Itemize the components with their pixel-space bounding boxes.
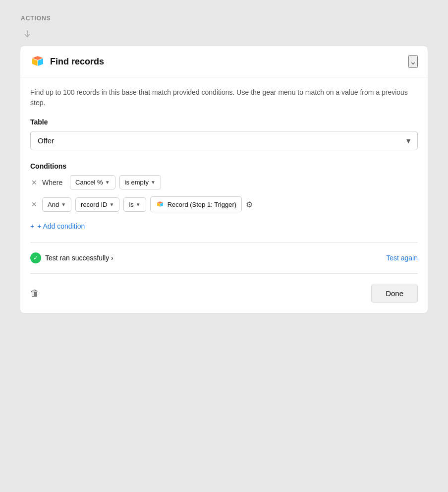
collapse-button[interactable]: ⌄ [408, 55, 418, 68]
condition-1-field-caret-icon: ▼ [105, 180, 110, 185]
conditions-label: Conditions [30, 162, 418, 170]
table-label: Table [30, 118, 418, 126]
condition-1-field-label: Cancel % [75, 179, 103, 186]
test-success-text: Test ran successfully › [45, 254, 113, 262]
add-condition-label: + Add condition [37, 222, 85, 230]
condition-2-field-dropdown[interactable]: record ID ▼ [75, 197, 119, 212]
condition-2-conjunction-label: And [48, 201, 59, 208]
footer-row: 🗑 Done [30, 284, 418, 303]
table-select[interactable]: Offer [30, 131, 418, 150]
table-select-wrapper: Offer ▼ [30, 131, 418, 150]
condition-row-2: ✕ And ▼ record ID ▼ is ▼ [30, 196, 418, 212]
condition-1-operator-caret-icon: ▼ [151, 180, 156, 185]
condition-2-value-pill: Record (Step 1: Trigger) [150, 196, 242, 212]
trash-icon: 🗑 [30, 288, 39, 299]
condition-2-operator-caret-icon: ▼ [136, 202, 141, 207]
conditions-section: ✕ Where Cancel % ▼ is empty ▼ ✕ [30, 175, 418, 212]
test-success-arrow-icon: › [111, 254, 113, 262]
test-again-button[interactable]: Test again [386, 254, 418, 262]
card-title: Find records [50, 57, 104, 67]
add-condition-button[interactable]: + + Add condition [30, 220, 85, 232]
condition-2-conjunction-caret-icon: ▼ [61, 202, 66, 207]
condition-2-gear-button[interactable]: ⚙ [246, 200, 253, 209]
test-row: ✓ Test ran successfully › Test again [30, 252, 418, 263]
condition-2-value-airtable-icon [156, 200, 165, 209]
condition-1-operator-dropdown[interactable]: is empty ▼ [119, 175, 161, 189]
condition-1-conjunction: Where [42, 179, 66, 186]
card-description: Find up to 100 records in this base that… [30, 87, 418, 108]
arrow-down-icon [20, 27, 35, 42]
remove-condition-2-icon: ✕ [31, 200, 37, 208]
condition-2-operator-label: is [129, 201, 133, 208]
find-records-card: Find records ⌄ Find up to 100 records in… [20, 46, 428, 313]
remove-condition-1-button[interactable]: ✕ [30, 178, 38, 187]
condition-2-field-caret-icon: ▼ [110, 202, 114, 207]
condition-2-field-label: record ID [81, 201, 107, 208]
divider-1 [30, 242, 418, 243]
add-condition-plus-icon: + [30, 222, 34, 230]
remove-condition-1-icon: ✕ [31, 179, 37, 186]
success-checkmark-icon: ✓ [30, 252, 41, 263]
gear-icon: ⚙ [246, 200, 253, 209]
card-header-left: Find records [30, 54, 104, 69]
condition-1-operator-label: is empty [125, 179, 149, 186]
condition-2-operator-dropdown[interactable]: is ▼ [123, 197, 146, 212]
condition-row-1: ✕ Where Cancel % ▼ is empty ▼ [30, 175, 418, 189]
test-success-status: ✓ Test ran successfully › [30, 252, 113, 263]
airtable-icon [30, 54, 45, 69]
card-body: Find up to 100 records in this base that… [20, 77, 428, 313]
condition-2-conjunction-dropdown[interactable]: And ▼ [42, 197, 71, 212]
delete-button[interactable]: 🗑 [30, 288, 39, 299]
main-container: ACTIONS [10, 10, 438, 318]
condition-2-value-label: Record (Step 1: Trigger) [168, 201, 236, 208]
card-header: Find records ⌄ [20, 46, 428, 77]
divider-2 [30, 273, 418, 274]
remove-condition-2-button[interactable]: ✕ [30, 199, 38, 209]
condition-1-field-dropdown[interactable]: Cancel % ▼ [70, 175, 115, 189]
actions-label: ACTIONS [20, 15, 428, 22]
done-button[interactable]: Done [371, 284, 418, 303]
